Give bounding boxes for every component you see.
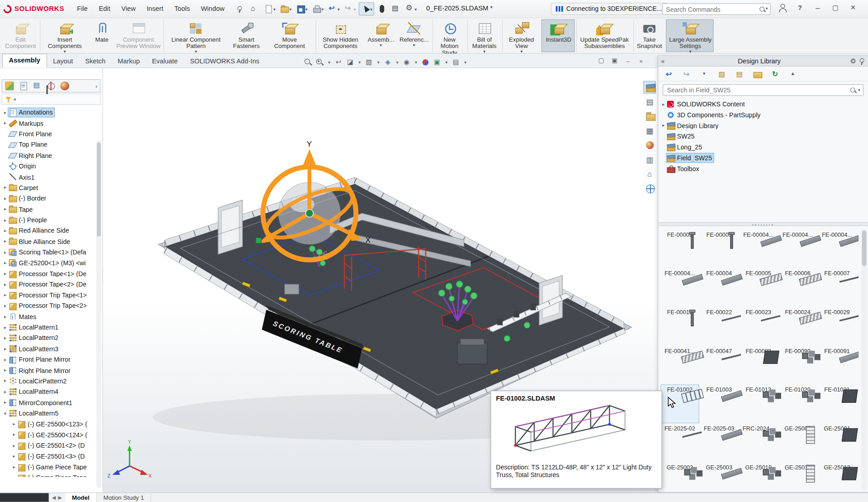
expand-arrow-icon[interactable]: ▸ (2, 260, 8, 265)
library-tool-icon[interactable] (770, 69, 780, 79)
feature-tree-item[interactable]: ▸ (-) Game Piece Tape (0, 461, 102, 472)
library-item[interactable]: FE-00004... (739, 229, 778, 268)
task-pane-tab-icon[interactable] (643, 96, 656, 108)
library-tree-item[interactable]: ▸ Design Library (658, 120, 868, 131)
feature-tree-item[interactable]: ▸ Red Alliance Side (0, 225, 102, 236)
ribbon-tab[interactable]: Sketch (79, 55, 112, 67)
ribbon-button[interactable]: Component Preview Window (115, 19, 162, 52)
ribbon-button[interactable]: Update SpeedPak Subassemblies (576, 19, 631, 52)
ribbon-button[interactable]: Exploded View ▾ (502, 19, 540, 52)
library-item[interactable]: GE-25003 (700, 462, 739, 492)
document-window-button[interactable]: – (623, 57, 632, 64)
feature-tree-tab-icon[interactable] (5, 81, 14, 91)
view-tool-icon[interactable] (402, 57, 412, 67)
chevron-down-icon[interactable]: ▾ (322, 7, 324, 14)
chevron-down-icon[interactable]: ▾ (14, 97, 16, 102)
minimize-button[interactable] (811, 1, 825, 14)
library-search[interactable]: ▾ (663, 84, 863, 96)
feature-tree-item[interactable]: ▸ MirrorComponent1 (0, 397, 102, 408)
library-item[interactable]: FE-2025-03 (700, 423, 739, 462)
view-tool-icon[interactable] (451, 57, 460, 67)
library-tool-icon[interactable] (788, 69, 798, 79)
expand-arrow-icon[interactable]: ▸ (2, 249, 8, 254)
view-tool-icon[interactable] (421, 57, 430, 67)
library-item[interactable]: FE-00022 (700, 307, 739, 346)
library-item[interactable]: FE-00090 (778, 346, 817, 385)
menu-item[interactable]: Edit (94, 3, 115, 14)
document-window-button[interactable]: ▣ (610, 57, 619, 64)
expand-arrow-icon[interactable]: ▸ (2, 120, 8, 126)
filter-icon[interactable] (5, 96, 12, 103)
restore-button[interactable] (828, 1, 843, 14)
task-pane-tab-icon[interactable] (643, 153, 656, 166)
quick-tool-button[interactable]: ▾ (294, 3, 309, 15)
expand-arrow-icon[interactable]: ▸ (2, 271, 8, 276)
expand-arrow-icon[interactable]: ▸ (11, 475, 17, 477)
expand-arrow-icon[interactable]: ▸ (660, 123, 666, 128)
chevron-down-icon[interactable]: ▾ (354, 7, 356, 14)
expand-arrow-icon[interactable]: ▸ (2, 228, 8, 233)
ribbon-button[interactable]: Instant3D (541, 19, 574, 52)
feature-tree-item[interactable]: ▾ LocalPattern5 (0, 408, 102, 419)
library-tool-icon[interactable] (699, 69, 709, 79)
feature-tree-item[interactable]: ▸ Processor Tape<1> (De (0, 268, 102, 279)
library-tree-item[interactable]: SW25 (658, 131, 868, 142)
expand-arrow-icon[interactable]: ▸ (2, 292, 8, 297)
menu-item[interactable]: Window (196, 3, 229, 14)
library-item[interactable]: FE-01021 (818, 384, 857, 423)
expand-arrow-icon[interactable]: ▸ (11, 443, 17, 448)
library-item[interactable]: GE-25013 (818, 462, 857, 492)
ribbon-button[interactable]: Move Component (265, 19, 314, 52)
expand-arrow-icon[interactable]: ▸ (2, 378, 8, 383)
expand-arrow-icon[interactable]: ▸ (2, 196, 8, 201)
model-tab[interactable]: Model (65, 493, 96, 502)
library-splitter[interactable] (658, 222, 868, 226)
feature-tree-item[interactable]: ▸ Annotations (0, 107, 102, 118)
library-tree-item[interactable]: 3D Components - PartSupply (658, 110, 868, 120)
task-pane-tab-icon[interactable] (643, 81, 656, 94)
library-item[interactable]: FE-00006 (778, 268, 817, 307)
quick-tool-button[interactable]: ▾ (262, 3, 277, 15)
library-item[interactable]: FE-00018 (660, 307, 699, 346)
expand-arrow-icon[interactable]: ▸ (2, 357, 8, 362)
expand-arrow-icon[interactable]: ▸ (2, 303, 8, 308)
library-tree-item[interactable]: Field_SW25 (658, 153, 868, 163)
user-account-button[interactable] (775, 1, 789, 14)
feature-tree-scrollbar[interactable] (96, 140, 101, 488)
library-item[interactable]: FE-00003 (700, 229, 739, 268)
expand-arrow-icon[interactable]: ▸ (2, 368, 8, 373)
library-item[interactable]: FE-00023 (739, 307, 778, 346)
feature-tree-item[interactable]: ▸ (-) GE-25501<3> (D (0, 451, 102, 462)
expand-arrow-icon[interactable]: ▸ (11, 464, 17, 469)
library-item[interactable]: FE-00004... (818, 229, 857, 268)
command-search[interactable]: ▾ (662, 3, 771, 15)
expand-arrow-icon[interactable]: ▸ (2, 400, 8, 405)
pin-menu-icon[interactable] (235, 5, 243, 13)
collapse-panel-icon[interactable]: « (661, 57, 670, 65)
view-tool-icon[interactable] (357, 57, 362, 67)
library-item[interactable]: FE-00024 (778, 307, 817, 346)
ribbon-button[interactable]: Mate (90, 19, 114, 52)
feature-tree-item[interactable]: ▸ Processor Tape<2> (De (0, 279, 102, 290)
view-tool-icon[interactable] (334, 57, 343, 67)
feature-tree-item[interactable]: ▸ Mates (0, 311, 102, 322)
library-item[interactable]: GE-25011 (778, 462, 817, 492)
feature-tree-item[interactable]: Axis1 (0, 172, 102, 182)
library-item[interactable]: GE-25002 (660, 462, 699, 492)
ribbon-button[interactable]: Smart Fasteners (228, 19, 264, 52)
ribbon-button[interactable]: Linear Component Pattern ▾ (163, 19, 228, 52)
expand-arrow-icon[interactable]: ▸ (2, 185, 8, 190)
ribbon-button[interactable]: Take Snapshot (633, 19, 664, 52)
help-button[interactable] (793, 1, 807, 14)
feature-tree-item[interactable]: ▸ Tape (0, 204, 102, 215)
feature-tree-item[interactable]: ▸ (-) Game Piece Tape (0, 472, 102, 477)
feature-tree-item[interactable]: ▸ LocalPattern1 (0, 322, 102, 333)
ribbon-tab[interactable]: Assembly (2, 54, 47, 68)
ribbon-button[interactable]: Insert Components ▾ (40, 19, 89, 52)
expand-arrow-icon[interactable]: ▸ (2, 325, 8, 330)
feature-tree-item[interactable]: ▸ LocalPattern2 (0, 333, 102, 344)
search-icon[interactable] (759, 6, 766, 13)
chevron-down-icon[interactable]: ▾ (413, 43, 415, 48)
library-grid-scrollbar[interactable] (861, 229, 867, 491)
view-tool-icon[interactable] (463, 57, 468, 67)
